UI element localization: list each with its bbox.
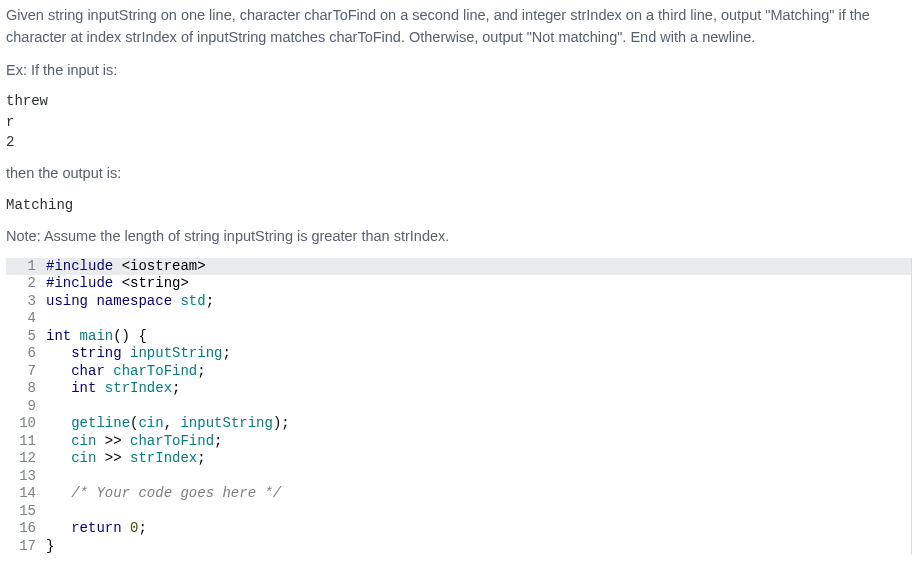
code-line[interactable]: 8 int strIndex; <box>6 380 911 398</box>
code-token <box>46 345 71 361</box>
code-line[interactable]: 14 /* Your code goes here */ <box>6 485 911 503</box>
line-number: 3 <box>6 293 46 311</box>
code-line[interactable]: 5int main() { <box>6 328 911 346</box>
code-token: charToFind <box>130 433 214 449</box>
line-number: 11 <box>6 433 46 451</box>
code-token <box>46 450 71 466</box>
code-line[interactable]: 3using namespace std; <box>6 293 911 311</box>
example-input-block: threw r 2 <box>6 91 912 152</box>
code-source[interactable] <box>46 310 911 328</box>
code-source[interactable]: string inputString; <box>46 345 911 363</box>
code-token: ); <box>273 415 290 431</box>
code-source[interactable]: int main() { <box>46 328 911 346</box>
code-source[interactable]: } <box>46 538 911 556</box>
code-token: <string> <box>122 275 189 291</box>
code-line[interactable]: 7 char charToFind; <box>6 363 911 381</box>
code-token: >> <box>96 433 130 449</box>
code-token: cin <box>138 415 163 431</box>
code-token: int <box>71 380 105 396</box>
code-token: () { <box>113 328 147 344</box>
line-number: 8 <box>6 380 46 398</box>
code-line[interactable]: 15 <box>6 503 911 521</box>
code-token <box>46 485 71 501</box>
code-token: , <box>164 415 181 431</box>
line-number: 14 <box>6 485 46 503</box>
code-token: strIndex <box>130 450 197 466</box>
code-token: /* Your code goes here */ <box>71 485 281 501</box>
code-token: ; <box>172 380 180 396</box>
code-line[interactable]: 13 <box>6 468 911 486</box>
code-token: return <box>71 520 130 536</box>
code-source[interactable]: cin >> charToFind; <box>46 433 911 451</box>
code-line[interactable]: 17} <box>6 538 911 556</box>
line-number: 15 <box>6 503 46 521</box>
code-source[interactable]: #include <iostream> <box>46 258 911 276</box>
problem-note: Note: Assume the length of string inputS… <box>6 225 912 247</box>
code-line[interactable]: 12 cin >> strIndex; <box>6 450 911 468</box>
example-output-block: Matching <box>6 195 912 215</box>
code-line[interactable]: 1#include <iostream> <box>6 258 911 276</box>
code-source[interactable]: /* Your code goes here */ <box>46 485 911 503</box>
line-number: 13 <box>6 468 46 486</box>
code-source[interactable]: cin >> strIndex; <box>46 450 911 468</box>
code-token <box>46 363 71 379</box>
code-token: #include <box>46 275 122 291</box>
code-token <box>46 380 71 396</box>
example-then: then the output is: <box>6 162 912 184</box>
code-line[interactable]: 9 <box>6 398 911 416</box>
code-token: char <box>71 363 113 379</box>
line-number: 1 <box>6 258 46 276</box>
code-source[interactable] <box>46 398 911 416</box>
code-token: charToFind <box>113 363 197 379</box>
code-source[interactable]: return 0; <box>46 520 911 538</box>
code-source[interactable] <box>46 468 911 486</box>
code-source[interactable]: #include <string> <box>46 275 911 293</box>
line-number: 10 <box>6 415 46 433</box>
line-number: 7 <box>6 363 46 381</box>
example-intro: Ex: If the input is: <box>6 59 912 81</box>
code-token: inputString <box>130 345 222 361</box>
code-token: string <box>71 345 130 361</box>
line-number: 4 <box>6 310 46 328</box>
code-token: ; <box>197 450 205 466</box>
line-number: 16 <box>6 520 46 538</box>
code-token <box>46 415 71 431</box>
example-output-line: Matching <box>6 197 73 213</box>
code-token: #include <box>46 258 122 274</box>
code-token: namespace <box>96 293 180 309</box>
example-input-line-2: r <box>6 114 14 130</box>
line-number: 6 <box>6 345 46 363</box>
code-line[interactable]: 2#include <string> <box>6 275 911 293</box>
code-source[interactable]: using namespace std; <box>46 293 911 311</box>
code-token: strIndex <box>105 380 172 396</box>
code-token: >> <box>96 450 130 466</box>
code-token: ; <box>206 293 214 309</box>
code-token <box>46 433 71 449</box>
code-source[interactable]: int strIndex; <box>46 380 911 398</box>
code-token: int <box>46 328 80 344</box>
code-line[interactable]: 16 return 0; <box>6 520 911 538</box>
code-line[interactable]: 6 string inputString; <box>6 345 911 363</box>
code-token: main <box>80 328 114 344</box>
line-number: 2 <box>6 275 46 293</box>
code-source[interactable] <box>46 503 911 521</box>
code-editor[interactable]: 1#include <iostream>2#include <string>3u… <box>6 258 912 556</box>
code-line[interactable]: 11 cin >> charToFind; <box>6 433 911 451</box>
code-token: using <box>46 293 96 309</box>
example-input-line-3: 2 <box>6 134 14 150</box>
code-token: } <box>46 538 54 554</box>
code-token: std <box>180 293 205 309</box>
code-token: ; <box>138 520 146 536</box>
code-source[interactable]: getline(cin, inputString); <box>46 415 911 433</box>
code-line[interactable]: 4 <box>6 310 911 328</box>
code-line[interactable]: 10 getline(cin, inputString); <box>6 415 911 433</box>
code-token: cin <box>71 450 96 466</box>
line-number: 17 <box>6 538 46 556</box>
example-input-line-1: threw <box>6 93 48 109</box>
code-token: <iostream> <box>122 258 206 274</box>
code-token: ; <box>214 433 222 449</box>
code-token <box>46 520 71 536</box>
line-number: 12 <box>6 450 46 468</box>
code-token: ; <box>197 363 205 379</box>
code-source[interactable]: char charToFind; <box>46 363 911 381</box>
